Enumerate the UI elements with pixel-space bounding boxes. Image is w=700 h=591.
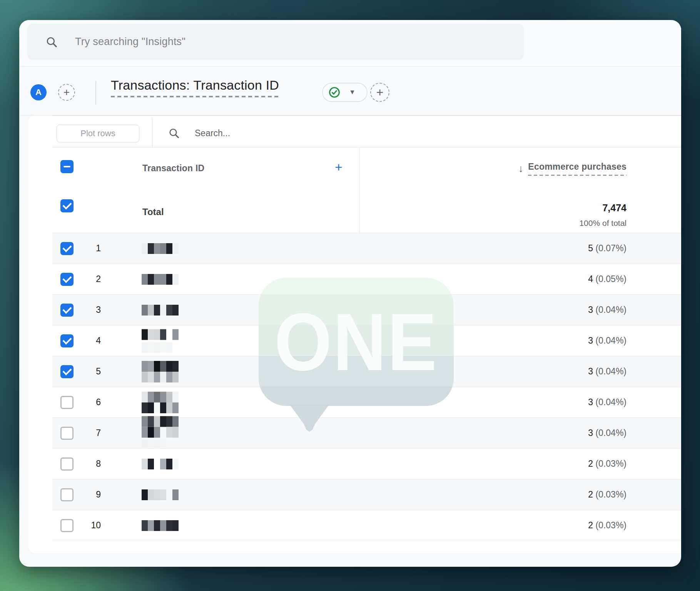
row-value-number: 3 [588,428,593,438]
redacted-id [142,361,179,382]
row-checkbox[interactable] [60,365,74,378]
header-top-border [52,147,681,147]
redacted-id [142,459,179,469]
total-row-checkbox[interactable] [60,199,74,212]
redacted-id [142,489,179,500]
chevron-down-icon[interactable]: ▼ [349,88,356,96]
row-checkbox[interactable] [60,396,74,409]
row-value: 3 (0.04%) [588,366,626,377]
table-row[interactable]: 1 5 (0.07%) [52,233,681,264]
row-value-share: (0.03%) [593,489,626,499]
total-value: 7,474 [602,202,626,214]
total-share: 100% of total [579,219,626,228]
add-column-button[interactable]: + [335,160,342,174]
row-value: 3 (0.04%) [588,428,626,438]
table-row[interactable]: 7 3 (0.04%) [52,418,681,449]
row-checkbox[interactable] [60,334,74,347]
row-checkbox[interactable] [60,519,74,532]
redacted-id [142,416,179,450]
metric-column-header[interactable]: ↓ Ecommerce purchases [518,162,626,176]
toolbar-divider [152,118,152,147]
row-value: 2 (0.03%) [588,459,626,469]
row-value-number: 3 [588,305,593,315]
row-value-number: 2 [588,520,593,530]
add-panel-button[interactable]: + [370,83,389,102]
row-index: 6 [80,397,101,407]
tab-bar-divider [95,81,96,105]
row-index: 5 [80,366,101,377]
page-title[interactable]: Transactions: Transaction ID [111,78,279,97]
table-row[interactable]: 10 2 (0.03%) [52,510,681,541]
row-value-share: (0.07%) [593,243,626,253]
dimension-column-header[interactable]: Transaction ID [142,163,204,174]
row-value-number: 5 [588,243,593,253]
row-index: 7 [80,428,101,438]
row-value-share: (0.05%) [593,274,626,284]
row-value: 3 (0.04%) [588,336,626,346]
select-all-checkbox[interactable] [60,160,74,173]
row-value-share: (0.04%) [593,305,626,315]
redacted-id [142,329,179,352]
row-index: 1 [80,243,101,254]
row-value-number: 4 [588,274,593,284]
row-index: 10 [80,520,101,531]
redacted-id [142,243,179,254]
table-row[interactable]: 8 2 (0.03%) [52,449,681,479]
tab-bar: A + Transactions: Transaction ID ▼ + [19,67,681,115]
sort-descending-icon: ↓ [518,163,524,175]
row-value-share: (0.04%) [593,428,626,438]
row-index: 8 [80,459,101,469]
row-value-share: (0.04%) [593,336,626,346]
app-window: Try searching "Insights" A + Transaction… [19,20,681,567]
row-value-number: 3 [588,366,593,376]
check-circle-icon [328,86,341,98]
row-checkbox[interactable] [60,427,74,440]
table-search-placeholder: Search... [195,128,230,139]
plot-rows-button[interactable]: Plot rows [57,125,139,142]
row-value-number: 2 [588,459,593,469]
row-value: 2 (0.03%) [588,489,626,500]
global-search-strip: Try searching "Insights" [19,20,681,67]
row-index: 3 [80,305,101,315]
metric-header-label: Ecommerce purchases [528,162,626,176]
row-value-number: 3 [588,336,593,346]
global-search-placeholder: Try searching "Insights" [75,36,185,48]
row-value-share: (0.03%) [593,459,626,469]
row-value: 4 (0.05%) [588,274,626,284]
redacted-id [142,392,179,413]
row-value-share: (0.04%) [593,397,626,407]
global-search-input[interactable]: Try searching "Insights" [27,24,524,60]
table-row[interactable]: 9 2 (0.03%) [52,479,681,510]
row-checkbox[interactable] [60,242,74,255]
table-search-icon [168,127,180,139]
table-search-input[interactable]: Search... [168,123,230,143]
row-value-number: 3 [588,397,593,407]
row-value: 5 (0.07%) [588,243,626,254]
status-pill[interactable]: ▼ [322,83,368,102]
row-index: 2 [80,274,101,284]
toolbar-top-border [52,115,681,116]
row-index: 4 [80,336,101,346]
row-value: 3 (0.04%) [588,305,626,315]
redacted-id [142,274,179,285]
redacted-id [142,520,179,531]
tab-chip-a[interactable]: A [30,84,47,100]
row-index: 9 [80,489,101,500]
search-icon [45,35,58,48]
row-checkbox[interactable] [60,304,74,317]
row-value-number: 2 [588,489,593,499]
row-value: 2 (0.03%) [588,520,626,531]
row-checkbox[interactable] [60,273,74,286]
row-value-share: (0.03%) [593,520,626,530]
row-value: 3 (0.04%) [588,397,626,407]
total-label: Total [142,207,164,217]
row-value-share: (0.04%) [593,366,626,376]
row-checkbox[interactable] [60,488,74,501]
watermark-text: ONE [259,271,454,412]
redacted-id [142,305,179,316]
row-checkbox[interactable] [60,457,74,471]
add-tab-button[interactable]: + [58,84,75,101]
